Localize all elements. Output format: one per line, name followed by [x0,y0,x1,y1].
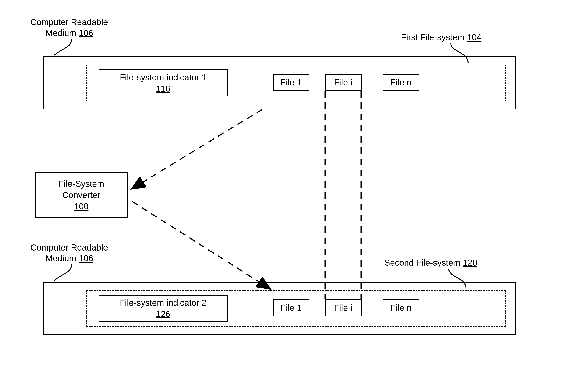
indicator-bot-line1: File-system indicator 2 [120,297,206,308]
converter-num: 100 [74,201,89,212]
indicator-bot-num: 126 [156,308,170,320]
svg-line-2 [132,202,270,289]
indicator-top-line1: File-system indicator 1 [120,72,206,83]
crm-label-bot-1: Computer Readable [30,243,108,252]
indicator-top-num: 116 [156,83,170,94]
converter-line1: File-System [58,178,104,189]
file1-top: File 1 [273,74,310,91]
svg-line-1 [132,109,262,188]
filei-bot: File i [325,299,361,316]
converter-box: File-System Converter 100 [35,172,128,218]
crm-label-top-2: Medium 106 [45,28,93,38]
indicator-box-top: File-system indicator 1 116 [99,69,228,97]
converter-line2: Converter [62,189,100,201]
filen-bot: File n [382,299,419,316]
fs-label-top: First File-system 104 [401,33,481,42]
crm-label-top-1: Computer Readable [30,17,108,27]
fs-label-bot: Second File-system 120 [384,258,477,268]
filen-top: File n [382,74,419,91]
file1-bot: File 1 [273,299,310,316]
crm-label-bot-2: Medium 106 [45,254,93,263]
filei-top: File i [325,74,361,91]
indicator-box-bot: File-system indicator 2 126 [99,295,228,322]
